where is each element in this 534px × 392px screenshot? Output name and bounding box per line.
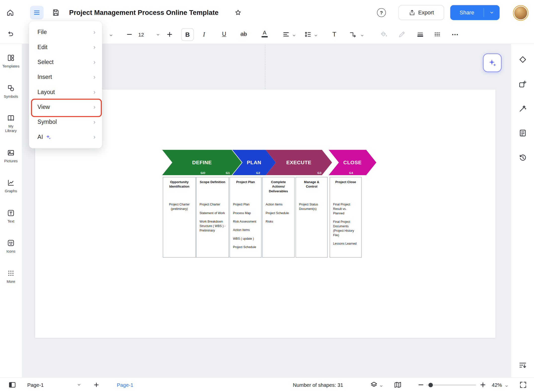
more-tools-button[interactable]: ⋯	[452, 30, 458, 38]
sidebar-item-icons[interactable]: Icons	[0, 239, 22, 253]
column-opportunity-identification[interactable]: Opportunity Identification Project Chart…	[163, 177, 196, 258]
fill-bucket-icon	[379, 30, 387, 38]
sidebar-item-graphs[interactable]: Graphs	[0, 179, 22, 193]
layers-button[interactable]	[370, 381, 378, 390]
save-button[interactable]	[52, 8, 60, 18]
favorite-button[interactable]	[234, 9, 242, 18]
notes-panel-button[interactable]	[518, 129, 527, 139]
avatar[interactable]	[513, 5, 529, 21]
sidebar-item-pictures[interactable]: Pictures	[0, 149, 22, 163]
column-manage-control[interactable]: Manage & Control Project Status Document…	[296, 177, 328, 258]
zoom-out-button[interactable]	[417, 381, 425, 390]
column-project-plan[interactable]: Project Plan Project Plan Process Map Ri…	[229, 177, 262, 258]
text-align-button[interactable]	[282, 30, 290, 40]
column-item: Lessons Learned	[333, 242, 358, 246]
magic-wand-icon	[518, 104, 527, 113]
page-selector-dropdown[interactable]: Page-1	[27, 378, 81, 392]
gate-label: G2	[256, 171, 260, 175]
object-list-button[interactable]	[518, 361, 527, 371]
column-project-close[interactable]: Project Close Final Project Result vs. P…	[330, 177, 362, 258]
beautify-button[interactable]	[518, 104, 527, 114]
column-complete-actions[interactable]: Complete Actions/ Deliverables Action It…	[262, 177, 295, 258]
text-align-dropdown[interactable]	[292, 33, 296, 39]
menu-item-layout[interactable]: Layout	[29, 85, 102, 100]
line-spacing-icon	[304, 30, 312, 38]
underline-button[interactable]: U	[222, 30, 226, 38]
navigator-button[interactable]	[394, 381, 402, 390]
line-weight-button[interactable]	[416, 30, 424, 40]
sidebar-item-my-library[interactable]: My Library	[0, 114, 22, 133]
italic-button[interactable]: I	[203, 30, 205, 38]
line-dash-button[interactable]	[433, 30, 441, 40]
history-icon	[518, 153, 527, 162]
zoom-slider[interactable]	[426, 384, 476, 385]
column-item: Project Schedule	[233, 245, 258, 250]
column-item: Final Project Documents (Project History…	[333, 220, 358, 238]
text-box-icon	[7, 209, 15, 217]
share-dropdown-button[interactable]	[484, 10, 499, 15]
menu-item-insert[interactable]: Insert	[29, 70, 102, 85]
menu-item-view[interactable]: View	[29, 100, 102, 115]
pen-style-button[interactable]	[398, 30, 406, 40]
sidebar-item-text[interactable]: Text	[0, 209, 22, 223]
library-icon	[7, 114, 15, 122]
font-family-dropdown[interactable]	[109, 33, 113, 39]
page-tab[interactable]: Page-1	[117, 378, 133, 392]
font-color-button[interactable]: A	[262, 30, 268, 37]
column-scope-definition[interactable]: Scope Definition Project Charter Stateme…	[196, 177, 229, 258]
insert-shape-button[interactable]	[518, 80, 527, 90]
column-item: Action Items	[266, 202, 291, 207]
history-panel-button[interactable]	[518, 153, 527, 163]
export-button[interactable]: Export	[398, 5, 444, 20]
font-size-increase-button[interactable]	[165, 30, 174, 40]
pictures-icon	[7, 149, 15, 157]
home-button[interactable]	[6, 8, 14, 18]
text-tool-button[interactable]: T	[332, 30, 336, 38]
zoom-dropdown[interactable]	[505, 383, 508, 389]
align-left-icon	[282, 30, 290, 38]
ai-assistant-button[interactable]	[483, 53, 501, 72]
add-page-button[interactable]	[93, 381, 100, 390]
connector-button[interactable]	[349, 30, 357, 40]
insert-shape-icon	[518, 80, 527, 89]
home-icon	[6, 8, 14, 17]
zoom-level[interactable]: 42%	[492, 378, 502, 392]
fill-color-button[interactable]	[379, 30, 387, 40]
notes-icon	[518, 129, 527, 137]
pen-icon	[398, 30, 406, 38]
chevron-right-icon	[92, 75, 97, 79]
sidebar-item-symbols[interactable]: Symbols	[0, 84, 22, 98]
zoom-slider-knob[interactable]	[428, 383, 433, 387]
undo-button[interactable]	[6, 30, 14, 40]
menu-item-select[interactable]: Select	[29, 55, 102, 70]
menu-item-file[interactable]: File	[29, 25, 102, 40]
help-icon: ?	[380, 10, 383, 15]
sidebar-item-more[interactable]: More	[0, 269, 22, 284]
help-button[interactable]: ?	[377, 8, 386, 17]
menu-item-edit[interactable]: Edit	[29, 40, 102, 55]
export-label: Export	[418, 9, 434, 16]
style-panel-button[interactable]	[518, 55, 527, 65]
menu-item-ai[interactable]: AI	[29, 130, 102, 145]
chevron-down-icon	[77, 383, 81, 387]
layers-dropdown[interactable]	[379, 383, 383, 389]
font-size-dropdown[interactable]: 12	[136, 29, 163, 40]
zoom-in-button[interactable]	[479, 381, 487, 390]
font-size-decrease-button[interactable]	[125, 30, 134, 40]
sidebar-item-templates[interactable]: Templates	[0, 54, 22, 68]
menu-item-symbol[interactable]: Symbol	[29, 115, 102, 130]
icons-face-icon	[7, 239, 15, 247]
page-layout-icon	[8, 381, 16, 389]
plus-icon	[165, 30, 174, 38]
column-item: Project Status Document(s)	[299, 202, 324, 211]
page-layout-button[interactable]	[8, 381, 16, 390]
connector-dropdown[interactable]	[360, 33, 364, 39]
fullscreen-button[interactable]	[519, 381, 527, 390]
main-menu-button[interactable]	[30, 6, 44, 19]
left-sidebar: Templates Symbols My Library Pictures Gr…	[0, 44, 22, 378]
share-button[interactable]: Share	[450, 9, 484, 16]
strikethrough-button[interactable]: ab	[240, 30, 247, 38]
line-spacing-button[interactable]	[304, 30, 312, 40]
bold-button[interactable]: B	[181, 28, 194, 41]
line-spacing-dropdown[interactable]	[314, 33, 318, 39]
